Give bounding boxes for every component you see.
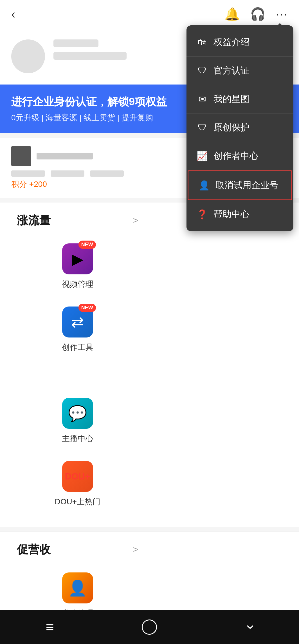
profile-detail-blur (53, 52, 127, 60)
grid-item-dou-plus[interactable]: DOU+ DOU+上热门 (11, 452, 144, 516)
traffic-more-button[interactable]: > (133, 215, 138, 226)
score-detail-blur-3 (90, 170, 124, 177)
private-icon-wrapper: 👤 (62, 572, 93, 603)
video-mgmt-label: 视频管理 (62, 279, 93, 290)
menu-item-original-protect[interactable]: 🛡 原创保护 (186, 114, 293, 142)
create-icon-wrapper: NEW ⇄ (62, 307, 93, 337)
menu-item-benefits[interactable]: 🛍 权益介绍 (186, 28, 293, 57)
revenue-title: 促营收 (17, 542, 51, 557)
dropdown-menu: 🛍 权益介绍 🛡 官方认证 ✉ 我的星图 🛡 原创保护 📈 创作者中心 👤 取消… (186, 25, 293, 231)
host-center-label: 主播中心 (62, 433, 93, 444)
grid-item-video-mgmt[interactable]: NEW ▶ 视频管理 (11, 235, 144, 298)
menu-item-star-chart[interactable]: ✉ 我的星图 (186, 85, 293, 114)
star-chart-icon: ✉ (197, 94, 208, 105)
help-center-icon: ❓ (197, 209, 208, 220)
help-center-label: 帮助中心 (213, 208, 249, 221)
original-protect-label: 原创保护 (213, 121, 249, 134)
headset-icon[interactable]: 🎧 (250, 7, 266, 21)
col-divider-1 (150, 203, 150, 361)
back-nav-icon: ‹ (241, 625, 257, 630)
profile-name-blur (53, 39, 98, 47)
traffic-col: 涨流量 > NEW ▶ 视频管理 NEW ⇄ (6, 203, 150, 361)
menu-item-official-cert[interactable]: 🛡 官方认证 (186, 57, 293, 85)
creator-center-label: 创作者中心 (213, 150, 258, 162)
bottom-nav-menu[interactable]: ≡ (39, 616, 61, 638)
menu-item-help-center[interactable]: ❓ 帮助中心 (186, 200, 293, 228)
bell-icon[interactable]: 🔔 (224, 7, 240, 21)
original-protect-icon: 🛡 (197, 123, 208, 133)
bottom-nav-home[interactable] (138, 616, 161, 638)
revenue-header: 促营收 > (11, 532, 144, 564)
official-cert-label: 官方认证 (213, 65, 249, 77)
menu-item-creator-center[interactable]: 📈 创作者中心 (186, 142, 293, 170)
cancel-trial-label: 取消试用企业号 (215, 179, 278, 192)
creator-center-icon: 📈 (197, 151, 208, 161)
host-icon: 💬 (62, 398, 93, 429)
score-detail-blur-2 (51, 170, 84, 177)
grid-two-col: 涨流量 > NEW ▶ 视频管理 NEW ⇄ (6, 203, 293, 516)
traffic-col-2: 💬 主播中心 DOU+ DOU+上热门 (6, 361, 150, 516)
new-badge-video: NEW (78, 241, 96, 249)
menu-item-cancel-trial[interactable]: 👤 取消试用企业号 (188, 170, 292, 200)
avatar (11, 39, 45, 73)
nav-right: 🔔 🎧 ··· (224, 7, 288, 21)
score-name-blur (37, 153, 93, 159)
menu-icon: ≡ (46, 619, 54, 635)
video-icon-wrapper: NEW ▶ (62, 243, 93, 274)
bottom-nav: ≡ ‹ (0, 610, 299, 644)
nav-left: ‹ (11, 7, 15, 21)
new-badge-create: NEW (78, 304, 96, 312)
traffic-title: 涨流量 (17, 213, 51, 228)
back-button[interactable]: ‹ (11, 7, 15, 21)
create-tools-label: 创作工具 (62, 342, 93, 353)
score-detail-blur-1 (11, 170, 45, 177)
dou-icon-wrapper: DOU+ (62, 461, 93, 492)
private-icon: 👤 (62, 572, 93, 603)
benefits-icon: 🛍 (197, 37, 208, 48)
top-nav: ‹ 🔔 🎧 ··· 🛍 权益介绍 🛡 官方认证 ✉ 我的星图 🛡 原创保护 📈 … (0, 0, 299, 28)
official-cert-icon: 🛡 (197, 66, 208, 76)
home-icon (142, 619, 157, 635)
dou-plus-label: DOU+上热门 (55, 496, 100, 507)
benefits-label: 权益介绍 (213, 36, 249, 48)
revenue-more-button[interactable]: > (133, 544, 138, 555)
star-chart-label: 我的星图 (213, 93, 249, 105)
grid-item-create-tools[interactable]: NEW ⇄ 创作工具 (11, 298, 144, 361)
traffic-header: 涨流量 > (11, 203, 144, 235)
bottom-nav-back[interactable]: ‹ (238, 616, 260, 638)
grid-item-host-center[interactable]: 💬 主播中心 (11, 389, 144, 452)
dou-icon: DOU+ (62, 461, 93, 492)
cancel-trial-icon: 👤 (199, 180, 210, 191)
score-avatar-blur (11, 146, 31, 166)
host-icon-wrapper: 💬 (62, 398, 93, 429)
function-grid-section: 涨流量 > NEW ▶ 视频管理 NEW ⇄ (0, 203, 299, 527)
more-button[interactable]: ··· (276, 7, 288, 21)
